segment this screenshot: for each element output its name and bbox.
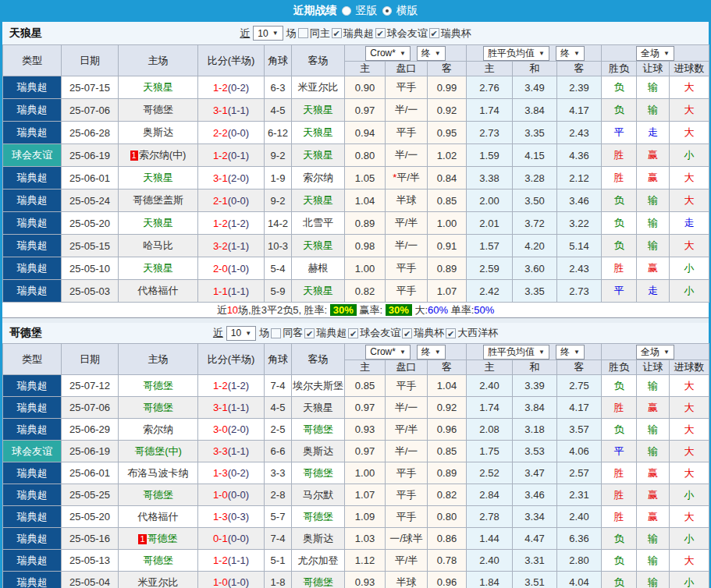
date-cell: 25-07-12 <box>62 375 119 397</box>
league-cell: 瑞典超 <box>3 235 62 257</box>
col-date-header: 日期 <box>62 344 119 375</box>
home-team-name: 天狼星 <box>143 217 173 228</box>
summary-biglabel: 大: <box>414 304 428 316</box>
fulltime-score: 0-1 <box>213 533 228 544</box>
avg-home-cell: 2.01 <box>467 212 513 235</box>
home-team-name: 哈马比 <box>143 239 173 251</box>
avg-select[interactable]: 胜平负均值▼ <box>483 46 549 61</box>
away-team-name: 天狼星 <box>303 149 333 161</box>
fulltime-score: 2-2 <box>213 127 228 139</box>
sirius-control-row: 天狼星 近 10▼ 场 同主 ✔瑞典超 ✔球会友谊 ✔瑞典杯 <box>2 22 709 44</box>
scope-select[interactable]: 全场▼ <box>636 46 674 61</box>
league-checkbox[interactable]: ✔ <box>348 328 358 338</box>
avg-home-cell: 2.40 <box>467 375 513 397</box>
result-cell: 平 <box>602 280 637 303</box>
avg-final-select[interactable]: 终▼ <box>556 46 585 61</box>
handicap-result-cell: 赢 <box>637 506 670 528</box>
league-checkbox[interactable]: ✔ <box>375 28 386 38</box>
match-count-select[interactable]: 10▼ <box>253 26 283 41</box>
away-odds-cell: 1.02 <box>428 144 467 167</box>
score-cell: 1-2(0-2) <box>198 76 265 99</box>
result-cell: 胜 <box>602 257 637 280</box>
away-team-name: 天狼星 <box>303 194 333 206</box>
corner-cell: 6-3 <box>265 76 292 99</box>
home-team-cell: 代格福什 <box>119 506 198 528</box>
scope-select[interactable]: 全场▼ <box>636 345 674 360</box>
home-team-name: 哥德堡(中) <box>134 445 182 457</box>
league-checkbox[interactable]: ✔ <box>429 28 439 38</box>
away-team-name: 马尔默 <box>303 489 333 501</box>
league-checkbox[interactable]: ✔ <box>304 328 315 338</box>
recent-link[interactable]: 近 <box>240 27 250 41</box>
result-cell: 负 <box>602 212 637 235</box>
goals-result-cell: 小 <box>670 280 709 303</box>
home-odds-cell: 0.90 <box>345 76 386 99</box>
horizontal-mode-radio[interactable] <box>382 6 392 16</box>
avg-away-cell: 4.06 <box>557 441 602 462</box>
league-checkbox[interactable]: ✔ <box>402 328 412 338</box>
home-team-cell: 1索尔纳(中) <box>119 144 198 167</box>
away-odds-cell: 0.96 <box>428 419 467 441</box>
sirius-results-table: 类型 日期 主场 比分(半场) 角球 客场 Crow*▼终▼ 胜平负均值▼终▼ … <box>2 44 709 303</box>
league-label: 球会友谊 <box>387 27 428 41</box>
same-away-checkbox[interactable] <box>271 328 281 338</box>
halftime-score: (1-2) <box>228 380 249 391</box>
bookmaker-select[interactable]: Crow*▼ <box>365 345 411 360</box>
recent-link[interactable]: 近 <box>213 326 223 340</box>
home-team-cell: 哥德堡 <box>119 550 198 572</box>
vertical-mode-label[interactable]: 竖版 <box>356 4 378 18</box>
league-cell: 瑞典超 <box>3 484 62 506</box>
away-team-cell: 天狼星 <box>292 122 345 144</box>
league-label: 瑞典超 <box>343 27 374 41</box>
league-checkbox[interactable]: ✔ <box>446 328 456 338</box>
fulltime-score: 1-2 <box>213 380 228 391</box>
handicap-cell: 平手 <box>386 280 428 303</box>
away-team-cell: 赫根 <box>292 257 345 280</box>
avg-home-cell: 2.08 <box>467 419 513 441</box>
odds-final-select[interactable]: 终▼ <box>417 46 446 61</box>
col-home-header: 主场 <box>119 344 198 375</box>
goals-result-cell: 大 <box>670 76 709 99</box>
avg-away-cell: 2.43 <box>557 122 602 144</box>
match-count-select[interactable]: 10▼ <box>226 326 256 341</box>
summary-record: 场,胜3平2负5, 胜率: <box>238 304 327 316</box>
avg-draw-cell: 3.28 <box>513 167 557 190</box>
chevron-down-icon: ▼ <box>400 349 406 356</box>
col-avg-away-header: 客 <box>557 62 602 76</box>
halftime-score: (1-1) <box>228 104 249 116</box>
league-cell: 球会友谊 <box>3 144 62 167</box>
home-team-cell: 代格福什 <box>119 280 198 303</box>
home-odds-cell: 1.05 <box>345 167 386 190</box>
handicap-cell: 平手 <box>386 257 428 280</box>
handicap-value: 半/一 <box>395 445 418 457</box>
handicap-result-cell: 赢 <box>637 462 670 484</box>
avg-home-cell: 3.38 <box>467 167 513 190</box>
league-checkbox[interactable]: ✔ <box>332 28 342 38</box>
same-home-checkbox[interactable] <box>298 28 308 38</box>
summary-count: 10 <box>227 304 238 316</box>
bookmaker-select[interactable]: Crow*▼ <box>365 46 411 61</box>
horizontal-mode-label[interactable]: 横版 <box>396 4 418 18</box>
corner-cell: 9-2 <box>265 190 292 212</box>
avg-draw-cell: 3.49 <box>513 76 557 99</box>
away-odds-cell: 0.91 <box>428 235 467 257</box>
handicap-cell: 平手 <box>386 375 428 397</box>
avg-draw-cell: 3.34 <box>513 506 557 528</box>
handicap-result-cell: 输 <box>637 76 670 99</box>
handicap-result-cell: 输 <box>637 235 670 257</box>
score-cell: 3-1(1-1) <box>198 397 265 419</box>
vertical-mode-radio[interactable] <box>342 6 351 16</box>
league-cell: 瑞典超 <box>3 167 62 190</box>
odds-final-select[interactable]: 终▼ <box>417 345 446 360</box>
summary-singlelabel: 单率: <box>451 304 475 316</box>
handicap-cell: 一/球半 <box>386 528 428 550</box>
table-row: 瑞典超 25-07-06 哥德堡 3-1(1-1) 4-5 天狼星 0.97 半… <box>3 397 709 419</box>
avg-final-select[interactable]: 终▼ <box>556 345 585 360</box>
date-cell: 25-05-24 <box>62 190 119 212</box>
avg-select[interactable]: 胜平负均值▼ <box>483 345 549 360</box>
date-cell: 25-05-03 <box>62 280 119 303</box>
date-cell: 25-05-13 <box>62 550 119 572</box>
away-odds-cell: 1.00 <box>428 212 467 235</box>
handicap-value: 平手 <box>396 489 417 501</box>
home-team-cell: 布洛马波卡纳 <box>119 462 198 484</box>
